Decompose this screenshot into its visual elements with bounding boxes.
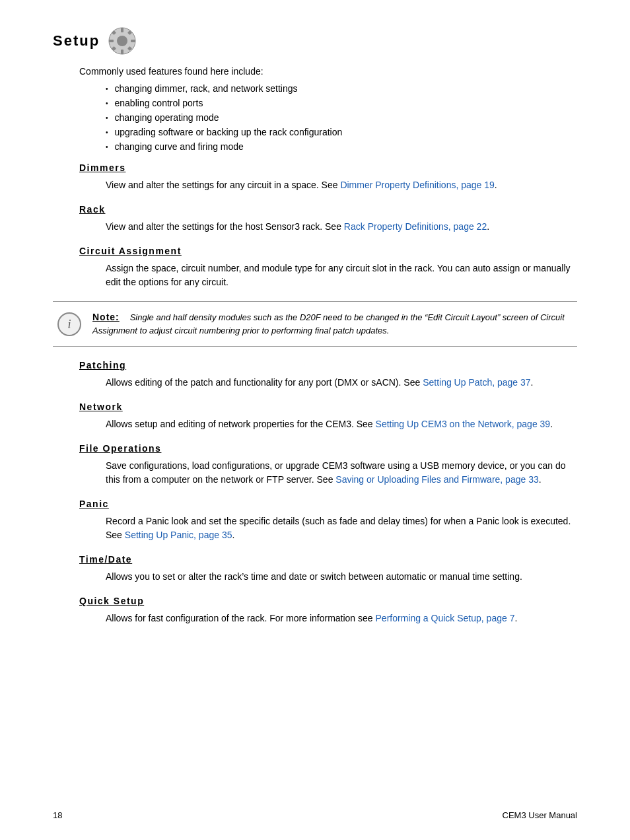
list-item: • changing curve and firing mode <box>106 141 577 152</box>
svg-rect-4 <box>109 40 114 42</box>
section-quick-setup: Quick Setup Allows for fast configuratio… <box>53 596 577 625</box>
section-body-dimmers: View and alter the settings for any circ… <box>106 178 577 192</box>
section-heading-panic: Panic <box>79 499 577 509</box>
bullet-dot: • <box>106 129 108 136</box>
bullet-text: upgrading software or backing up the rac… <box>115 127 343 137</box>
section-file-operations: File Operations Save configurations, loa… <box>53 443 577 487</box>
section-heading-rack: Rack <box>79 204 577 215</box>
section-heading-patching: Patching <box>79 360 577 370</box>
section-heading-circuit-assignment: Circuit Assignment <box>79 246 577 256</box>
section-circuit-assignment: Circuit Assignment Assign the space, cir… <box>53 246 577 289</box>
note-text: Single and half density modules such as … <box>92 312 565 335</box>
note-content: Note: Single and half density modules su… <box>86 311 577 337</box>
section-network: Network Allows setup and editing of netw… <box>53 402 577 431</box>
footer-manual-title: CEM3 User Manual <box>503 810 577 820</box>
section-body-patching: Allows editing of the patch and function… <box>106 376 577 390</box>
svg-point-1 <box>117 36 127 46</box>
bullet-dot: • <box>106 114 108 122</box>
section-body-panic: Record a Panic look and set the specific… <box>106 514 577 542</box>
note-box: i Note: Single and half density modules … <box>53 301 577 347</box>
section-panic: Panic Record a Panic look and set the sp… <box>53 499 577 542</box>
setup-title: Setup <box>53 32 100 50</box>
rack-link[interactable]: Rack Property Definitions, page 22 <box>344 221 487 232</box>
page-number: 18 <box>53 810 62 820</box>
network-link[interactable]: Setting Up CEM3 on the Network, page 39 <box>376 419 551 429</box>
section-time-date: Time/Date Allows you to set or alter the… <box>53 554 577 584</box>
section-body-circuit-assignment: Assign the space, circuit number, and mo… <box>106 262 577 289</box>
list-item: • upgrading software or backing up the r… <box>106 127 577 137</box>
bullet-text: enabling control ports <box>115 98 203 108</box>
panic-link[interactable]: Setting Up Panic, page 35 <box>125 530 232 540</box>
svg-rect-2 <box>121 28 123 32</box>
setup-header: Setup <box>53 26 577 55</box>
dimmers-link[interactable]: Dimmer Property Definitions, page 19 <box>340 180 494 190</box>
bullet-dot: • <box>106 85 108 92</box>
section-dimmers: Dimmers View and alter the settings for … <box>53 162 577 192</box>
list-item: • changing dimmer, rack, and network set… <box>106 83 577 94</box>
file-operations-link[interactable]: Saving or Uploading Files and Firmware, … <box>335 474 538 485</box>
section-body-time-date: Allows you to set or alter the rack’s ti… <box>106 570 577 584</box>
section-body-network: Allows setup and editing of network prop… <box>106 417 577 431</box>
section-heading-quick-setup: Quick Setup <box>79 596 577 606</box>
svg-rect-3 <box>121 50 123 54</box>
bullet-dot: • <box>106 100 108 107</box>
section-heading-time-date: Time/Date <box>79 554 577 565</box>
section-heading-dimmers: Dimmers <box>79 162 577 173</box>
bullet-list: • changing dimmer, rack, and network set… <box>106 83 577 152</box>
quick-setup-link[interactable]: Performing a Quick Setup, page 7 <box>376 613 515 623</box>
section-body-quick-setup: Allows for fast configuration of the rac… <box>106 612 577 625</box>
patching-link[interactable]: Setting Up Patch, page 37 <box>423 377 530 388</box>
bullet-text: changing operating mode <box>115 112 219 123</box>
list-item: • changing operating mode <box>106 112 577 123</box>
intro-text: Commonly used features found here includ… <box>79 66 577 77</box>
section-patching: Patching Allows editing of the patch and… <box>53 360 577 390</box>
section-body-file-operations: Save configurations, load configurations… <box>106 459 577 487</box>
list-item: • enabling control ports <box>106 98 577 108</box>
svg-rect-5 <box>131 40 135 42</box>
bullet-text: changing dimmer, rack, and network setti… <box>115 83 298 94</box>
section-body-rack: View and alter the settings for the host… <box>106 220 577 234</box>
page-content: Setup Commonly used features found here … <box>0 0 630 840</box>
bullet-dot: • <box>106 143 108 151</box>
setup-icon <box>108 26 137 55</box>
bullet-text: changing curve and firing mode <box>115 141 244 152</box>
page-footer: 18 CEM3 User Manual <box>53 810 577 820</box>
section-heading-file-operations: File Operations <box>79 443 577 454</box>
info-icon: i <box>57 312 81 336</box>
note-label: Note: <box>92 312 120 322</box>
section-rack: Rack View and alter the settings for the… <box>53 204 577 234</box>
note-icon-container: i <box>53 311 86 336</box>
section-heading-network: Network <box>79 402 577 412</box>
